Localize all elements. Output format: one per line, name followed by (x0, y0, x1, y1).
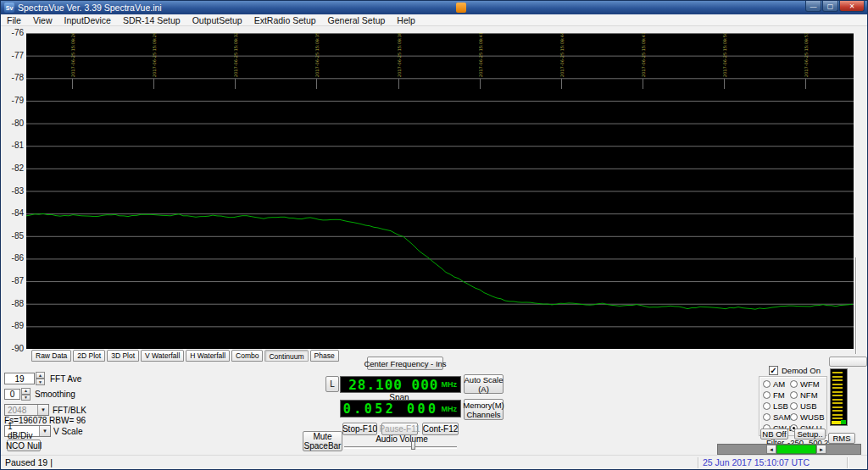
scroll-left-arrow-icon[interactable]: ◄ (766, 445, 776, 454)
radio-wusb[interactable]: WUSB (790, 412, 825, 422)
menu-item-outputsetup[interactable]: OutputSetup (186, 14, 248, 25)
fft-blk-select[interactable]: 2048 ▼ (4, 404, 49, 416)
rms-button[interactable]: RMS (828, 433, 855, 444)
tab-v-waterfall[interactable]: V Waterfall (141, 350, 184, 362)
fft-ave-spinner[interactable]: ▲▼ (36, 372, 45, 385)
auto-scale-button[interactable]: Auto Scale (A) (464, 374, 504, 394)
frequency-unit: MHz (442, 380, 458, 389)
radio-wfm[interactable]: WFM (790, 379, 820, 389)
view-tabs: Raw Data2D Plot3D PlotV WaterfallH Water… (31, 350, 341, 362)
cont-button[interactable]: Cont-F12 (422, 423, 459, 435)
y-tick-label: -81 (1, 141, 24, 150)
radio-circle-icon (763, 380, 771, 388)
auto-scale-line2: (A) (478, 384, 489, 394)
tab-phase[interactable]: Phase (310, 350, 339, 362)
radio-circle-icon (763, 413, 771, 421)
meter-tick (832, 376, 843, 378)
y-tick-label: -85 (1, 231, 24, 241)
y-tick-label: -89 (1, 321, 24, 330)
radio-label: WFM (800, 379, 820, 389)
spin-down-icon[interactable]: ▼ (36, 379, 45, 385)
menubar: FileViewInputDeviceSDR-14 SetupOutputSet… (1, 14, 867, 26)
tuning-scrollbar-thumb[interactable] (776, 445, 816, 454)
meter-top-bar (829, 357, 867, 367)
center-frequency-button[interactable]: Center Frequency - Ins (367, 357, 443, 370)
fft-blk-value: 2048 (8, 406, 26, 415)
center-frequency-display[interactable]: 28.100 000 MHz (340, 376, 461, 393)
meter-tick (832, 410, 843, 412)
lock-l-button[interactable]: L (326, 376, 339, 392)
menu-item-inputdevice[interactable]: InputDevice (58, 14, 117, 25)
y-tick-label: -80 (1, 119, 24, 128)
tab-h-waterfall[interactable]: H Waterfall (186, 350, 230, 362)
titlebar-accent (456, 3, 466, 13)
radio-circle-icon (790, 402, 798, 410)
radio-usb[interactable]: USB (790, 401, 817, 411)
window-title: SpectraVue Ver. 3.39 SpectraVue.ini (18, 3, 162, 13)
radio-label: USB (800, 401, 817, 411)
nco-null-button[interactable]: NCO Null (7, 440, 41, 451)
tab-2d-plot[interactable]: 2D Plot (73, 350, 105, 362)
tab-combo[interactable]: Combo (231, 350, 263, 362)
tab-raw-data[interactable]: Raw Data (31, 350, 71, 362)
titlebar[interactable]: Sv SpectraVue Ver. 3.39 SpectraVue.ini —… (1, 1, 867, 14)
frequency-value: 28.100 000 (348, 377, 438, 393)
y-tick-label: -83 (1, 186, 24, 196)
stop-button[interactable]: Stop-F10 (342, 423, 377, 435)
radio-label: NFM (800, 390, 818, 400)
meter-tick (832, 414, 843, 416)
status-run-state: Paused 19 | (5, 457, 53, 467)
menu-item-extradio-setup[interactable]: ExtRadio Setup (248, 14, 322, 25)
maximize-button[interactable]: ▢ (822, 1, 838, 12)
mute-button[interactable]: Mute SpaceBar (303, 431, 342, 451)
y-tick-label: -88 (1, 299, 24, 308)
smoothing-label: Smoothing (35, 390, 75, 399)
pause-button[interactable]: Pause-F11 (381, 423, 418, 435)
audio-volume-thumb[interactable] (411, 441, 415, 450)
window-controls: — ▢ ✕ (804, 1, 865, 12)
y-tick-label: -76 (1, 28, 24, 37)
memory-channels-button[interactable]: Memory(M) Channels (464, 399, 504, 420)
timestamp-label: 2017-06-25 15:09:41 (478, 33, 483, 77)
close-button[interactable]: ✕ (839, 1, 865, 12)
radio-sam[interactable]: SAM (763, 412, 791, 422)
menu-item-sdr-14-setup[interactable]: SDR-14 Setup (117, 14, 186, 25)
timestamp-label: 2017-06-25 15:09:32 (233, 33, 238, 77)
minimize-button[interactable]: — (805, 1, 821, 12)
tab-continuum[interactable]: Continuum (264, 350, 308, 362)
meter-tick (832, 387, 843, 389)
chevron-down-icon: ▼ (39, 426, 50, 436)
scroll-right-arrow-icon[interactable]: ► (816, 445, 826, 454)
radio-am[interactable]: AM (763, 379, 785, 389)
memory-line2: Channels (466, 410, 500, 419)
demod-on-checkbox[interactable]: ✓ (769, 366, 778, 375)
signal-trace (26, 213, 853, 309)
menu-item-view[interactable]: View (27, 14, 58, 25)
radio-lsb[interactable]: LSB (763, 401, 788, 411)
v-scale-value: 1 dB/Div (8, 422, 39, 440)
spin-down-icon[interactable]: ▼ (21, 395, 31, 401)
spin-up-icon[interactable]: ▲ (36, 372, 45, 379)
radio-nfm[interactable]: NFM (790, 390, 818, 400)
smoothing-spinner[interactable]: ▲▼ (21, 388, 31, 401)
span-display[interactable]: 0.052 000 MHz (340, 400, 461, 417)
radio-fm[interactable]: FM (763, 390, 785, 400)
spin-up-icon[interactable]: ▲ (21, 388, 31, 395)
continuum-plot[interactable]: 2017-06-25 15:09:262017-06-25 15:09:2920… (26, 33, 854, 349)
radio-label: FM (773, 390, 785, 400)
menu-item-help[interactable]: Help (391, 14, 421, 25)
mute-line2: SpaceBar (304, 441, 342, 451)
menu-item-file[interactable]: File (1, 14, 27, 25)
tab-3d-plot[interactable]: 3D Plot (107, 350, 139, 362)
smoothing-input[interactable]: 0 (4, 389, 20, 400)
audio-volume-slider[interactable] (344, 446, 457, 449)
meter-tick (832, 395, 843, 396)
radio-circle-icon (790, 413, 798, 421)
v-scale-select[interactable]: 1 dB/Div ▼ (4, 425, 51, 437)
fft-ave-input[interactable]: 19 (4, 373, 35, 384)
timestamp-label: 2017-06-25 15:09:26 (70, 33, 75, 77)
y-tick-label: -90 (1, 344, 24, 353)
meter-tick (832, 372, 843, 373)
timestamp-label: 2017-06-25 15:09:38 (397, 33, 402, 77)
menu-item-general-setup[interactable]: General Setup (322, 14, 392, 25)
